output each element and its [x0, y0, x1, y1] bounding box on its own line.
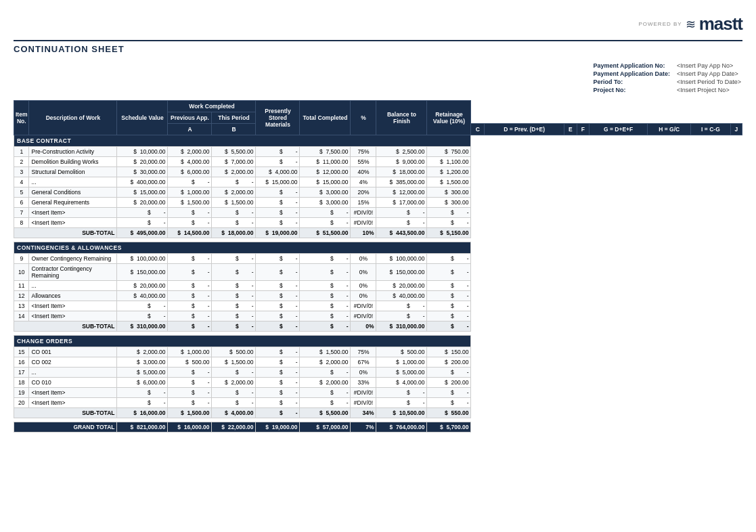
meta-value-3: <Insert Period To Date> — [677, 79, 741, 85]
col-header-balance: Balance to Finish — [376, 101, 427, 135]
meta-label-3: Period To: — [593, 79, 675, 85]
row-sched: $ - — [117, 301, 168, 311]
row-no: 6 — [14, 198, 29, 208]
table-row: 15 CO 001 $ 2,000.00 $ 1,000.00 $ 500.00… — [14, 347, 742, 357]
col-sub-j: J — [730, 124, 742, 135]
grand-total-label: GRAND TOTAL — [14, 422, 117, 433]
row-total: $ 2,000.00 — [300, 378, 351, 388]
table-row: 18 CO 010 $ 6,000.00 $ - $ 2,000.00 $ - … — [14, 378, 742, 388]
section-title-base: BASE CONTRACT — [14, 135, 471, 147]
row-pct: #DIV/0! — [351, 388, 376, 398]
subtotal-stored-base: $ 19,000.00 — [256, 228, 300, 238]
row-bal: $ 40,000.00 — [376, 291, 427, 301]
row-stored: $ - — [256, 281, 300, 291]
subtotal-total-cont: $ - — [300, 322, 351, 332]
col-header-work-completed: Work Completed — [168, 101, 256, 112]
table-row: 12 Allowances $ 40,000.00 $ - $ - $ - $ … — [14, 291, 742, 301]
row-stored: $ - — [256, 368, 300, 378]
row-bal: $ - — [376, 218, 427, 228]
col-sub-f: F — [577, 124, 589, 135]
subtotal-pct-cont: 0% — [351, 322, 376, 332]
row-total: $ - — [300, 388, 351, 398]
row-prev: $ - — [168, 398, 212, 408]
meta-label-4: Project No: — [593, 87, 675, 93]
row-sched: $ 10,000.00 — [117, 147, 168, 157]
row-no: 9 — [14, 254, 29, 264]
row-bal: $ - — [376, 311, 427, 322]
row-no: 13 — [14, 301, 29, 311]
row-sched: $ 20,000.00 — [117, 198, 168, 208]
row-ret: $ 300.00 — [427, 198, 471, 208]
row-prev: $ - — [168, 388, 212, 398]
row-pct: 20% — [351, 187, 376, 198]
row-total: $ 1,500.00 — [300, 347, 351, 357]
row-prev: $ 6,000.00 — [168, 167, 212, 177]
row-pct: 0% — [351, 291, 376, 301]
row-total: $ - — [300, 301, 351, 311]
row-bal: $ 12,000.00 — [376, 187, 427, 198]
row-sched: $ - — [117, 311, 168, 322]
row-total: $ - — [300, 281, 351, 291]
row-prev: $ 2,000.00 — [168, 147, 212, 157]
row-desc: <Insert Item> — [29, 218, 117, 228]
row-bal: $ 500.00 — [376, 347, 427, 357]
grand-total-pct: 7% — [351, 422, 376, 433]
col-header-prev: Previous App. — [168, 112, 212, 124]
grand-total-ret: $ 5,700.00 — [427, 422, 471, 433]
row-ret: $ 1,200.00 — [427, 167, 471, 177]
row-pct: #DIV/0! — [351, 218, 376, 228]
subtotal-total-co: $ 5,500.00 — [300, 408, 351, 418]
row-sched: $ - — [117, 208, 168, 218]
row-total: $ 7,500.00 — [300, 147, 351, 157]
row-stored: $ - — [256, 264, 300, 281]
row-this: $ - — [212, 208, 256, 218]
row-this: $ - — [212, 398, 256, 408]
row-total: $ - — [300, 218, 351, 228]
row-stored: $ - — [256, 157, 300, 167]
subtotal-bal-co: $ 10,500.00 — [376, 408, 427, 418]
subtotal-sched-cont: $ 310,000.00 — [117, 322, 168, 332]
row-bal: $ - — [376, 301, 427, 311]
row-sched: $ 3,000.00 — [117, 357, 168, 368]
row-total: $ - — [300, 254, 351, 264]
row-stored: $ - — [256, 291, 300, 301]
row-this: $ 1,500.00 — [212, 198, 256, 208]
row-no: 14 — [14, 311, 29, 322]
row-desc: CO 002 — [29, 357, 117, 368]
row-this: $ 7,000.00 — [212, 157, 256, 167]
row-total: $ 2,000.00 — [300, 357, 351, 368]
section-title-change-orders: CHANGE ORDERS — [14, 336, 471, 347]
row-sched: $ 2,000.00 — [117, 347, 168, 357]
subtotal-prev-cont: $ - — [168, 322, 212, 332]
row-bal: $ 17,000.00 — [376, 198, 427, 208]
meta-row-1: Payment Application No: <Insert Pay App … — [593, 62, 741, 69]
table-row: 1 Pre-Construction Activity $ 10,000.00 … — [14, 147, 742, 157]
row-desc: <Insert Item> — [29, 301, 117, 311]
row-prev: $ 1,000.00 — [168, 187, 212, 198]
row-prev: $ - — [168, 311, 212, 322]
row-ret: $ - — [427, 311, 471, 322]
row-this: $ 500.00 — [212, 347, 256, 357]
meta-row-3: Period To: <Insert Period To Date> — [593, 79, 741, 85]
row-this: $ - — [212, 368, 256, 378]
row-no: 20 — [14, 398, 29, 408]
subtotal-row-contingencies: SUB-TOTAL $ 310,000.00 $ - $ - $ - $ - 0… — [14, 322, 742, 332]
row-total: $ - — [300, 291, 351, 301]
row-this: $ - — [212, 177, 256, 187]
table-header: ItemNo. Description of Work Schedule Val… — [14, 101, 742, 135]
row-bal: $ - — [376, 388, 427, 398]
row-pct: 55% — [351, 157, 376, 167]
col-header-desc: Description of Work — [29, 101, 117, 135]
subtotal-sched-co: $ 16,000.00 — [117, 408, 168, 418]
row-this: $ - — [212, 301, 256, 311]
row-pct: #DIV/0! — [351, 301, 376, 311]
col-sub-c: C — [471, 124, 485, 135]
row-no: 19 — [14, 388, 29, 398]
main-table: ItemNo. Description of Work Schedule Val… — [14, 100, 742, 433]
row-stored: $ - — [256, 254, 300, 264]
row-stored: $ - — [256, 398, 300, 408]
subtotal-this-co: $ 4,000.00 — [212, 408, 256, 418]
row-stored: $ - — [256, 208, 300, 218]
row-ret: $ - — [427, 291, 471, 301]
row-no: 17 — [14, 368, 29, 378]
